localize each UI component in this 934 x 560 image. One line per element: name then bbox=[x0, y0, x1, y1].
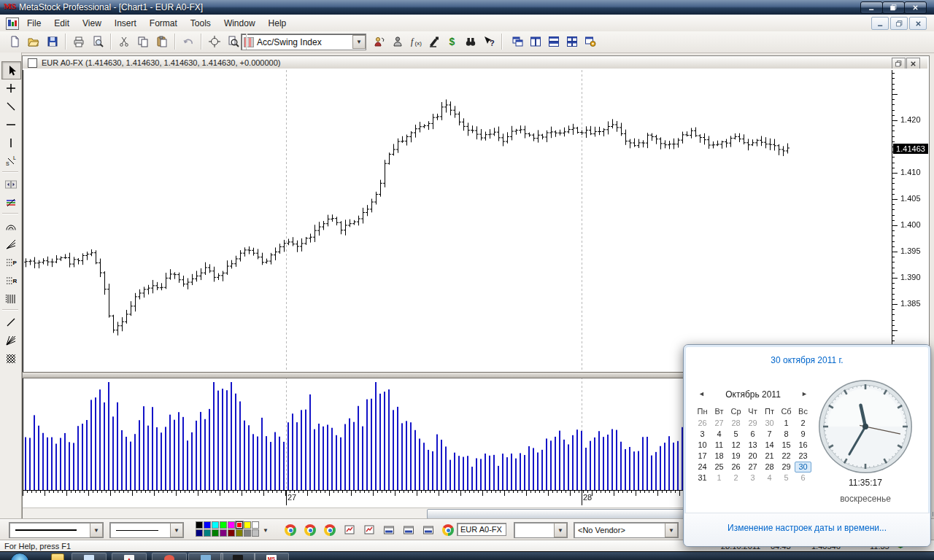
menu-item-file[interactable]: File bbox=[20, 16, 47, 31]
app-light-taskbar-button[interactable] bbox=[72, 553, 107, 560]
chart-restore-button[interactable] bbox=[892, 58, 906, 69]
tool-fan-lines-button[interactable] bbox=[1, 236, 20, 252]
tool-sl-line-button[interactable]: SL bbox=[1, 152, 20, 169]
calendar-day[interactable]: 26 bbox=[727, 462, 744, 472]
change-date-time-settings-link[interactable]: Изменение настроек даты и времени... bbox=[684, 523, 930, 533]
undo-button[interactable] bbox=[180, 33, 197, 50]
tile-horizontal-button[interactable] bbox=[545, 33, 563, 50]
calendar-day[interactable]: 29 bbox=[778, 462, 795, 472]
color-swatch[interactable] bbox=[196, 521, 203, 529]
tool-grid-button[interactable] bbox=[1, 350, 20, 367]
metastock-taskbar-button[interactable]: MS bbox=[254, 553, 289, 560]
print-button[interactable] bbox=[70, 33, 88, 50]
binoculars-button[interactable] bbox=[462, 33, 479, 50]
calendar-day[interactable]: 22 bbox=[778, 451, 795, 462]
color-swatch[interactable] bbox=[244, 529, 251, 537]
tool-vertical-line-button[interactable] bbox=[1, 134, 20, 151]
function-button[interactable]: f(x) bbox=[407, 33, 425, 50]
calendar-day[interactable]: 24 bbox=[694, 462, 711, 472]
minimize-button[interactable] bbox=[860, 1, 883, 14]
menu-item-window[interactable]: Window bbox=[217, 16, 262, 31]
save-button[interactable] bbox=[44, 33, 61, 50]
calendar-day[interactable]: 2 bbox=[727, 472, 744, 483]
calendar-day[interactable]: 3 bbox=[744, 472, 761, 483]
line-style-arrow-icon[interactable]: ▼ bbox=[90, 523, 103, 537]
tool-trendline-button[interactable] bbox=[1, 98, 20, 114]
period-dropdown-arrow-icon[interactable]: ▼ bbox=[554, 523, 567, 537]
color-swatch[interactable] bbox=[212, 521, 219, 529]
copy-button[interactable] bbox=[134, 33, 152, 50]
calendar-day[interactable]: 26 bbox=[694, 418, 711, 429]
chrome-icon[interactable] bbox=[441, 523, 455, 537]
app-blue-taskbar-button[interactable] bbox=[188, 553, 223, 560]
calendar-day[interactable]: 29 bbox=[744, 418, 761, 429]
calendar-day[interactable]: 18 bbox=[711, 451, 727, 462]
menu-item-insert[interactable]: Insert bbox=[108, 16, 143, 31]
chart-marker-checkbox[interactable] bbox=[28, 58, 37, 68]
calendar-day[interactable]: 30 bbox=[761, 418, 778, 429]
tool-horizontal-line-button[interactable] bbox=[1, 116, 20, 133]
chart-page-icon[interactable] bbox=[342, 523, 357, 537]
calendar-day[interactable]: 21 bbox=[761, 451, 778, 462]
color-swatch[interactable] bbox=[196, 529, 203, 537]
calendar-day[interactable]: 8 bbox=[778, 429, 795, 440]
calendar-day[interactable]: 2 bbox=[795, 418, 811, 429]
calendar-day[interactable]: 14 bbox=[761, 440, 778, 451]
calendar-next-month-icon[interactable]: ► bbox=[801, 390, 808, 397]
calendar-day[interactable]: 5 bbox=[727, 429, 744, 440]
calendar-day[interactable]: 20 bbox=[744, 451, 761, 462]
calendar-day[interactable]: 16 bbox=[795, 440, 811, 451]
calendar-day[interactable]: 3 bbox=[694, 429, 711, 440]
calendar-day[interactable]: 9 bbox=[795, 429, 811, 440]
calendar-day[interactable]: 1 bbox=[778, 418, 795, 429]
panel-window-icon[interactable] bbox=[421, 523, 436, 537]
target-button[interactable] bbox=[206, 33, 223, 50]
color-swatch[interactable] bbox=[236, 529, 243, 537]
line-weight-arrow-icon[interactable]: ▼ bbox=[170, 523, 183, 537]
panel-window-icon[interactable] bbox=[382, 523, 396, 537]
close-button[interactable] bbox=[904, 1, 927, 14]
chart-system-menu-icon[interactable] bbox=[6, 18, 19, 30]
mdi-close-button[interactable] bbox=[909, 17, 927, 30]
calendar-day[interactable]: 27 bbox=[744, 462, 761, 472]
indicator-dropdown[interactable]: Acc/Swing Index ▼ bbox=[241, 34, 366, 50]
line-weight-dropdown[interactable]: ▼ bbox=[109, 522, 184, 538]
color-swatch[interactable] bbox=[228, 521, 235, 529]
calendar-day[interactable]: 25 bbox=[711, 462, 727, 472]
console-taskbar-button[interactable] bbox=[220, 553, 255, 560]
menu-item-help[interactable]: Help bbox=[262, 16, 293, 31]
calendar-day[interactable]: 23 bbox=[795, 451, 811, 462]
calendar-day[interactable]: 7 bbox=[761, 429, 778, 440]
color-swatch[interactable] bbox=[252, 529, 259, 537]
color-swatch[interactable] bbox=[220, 529, 227, 537]
chart-close-button[interactable] bbox=[906, 58, 920, 69]
vendor-dropdown-arrow-icon[interactable]: ▼ bbox=[665, 523, 678, 537]
context-help-button[interactable]: ? bbox=[480, 33, 498, 50]
calendar-day[interactable]: 12 bbox=[727, 440, 744, 451]
calendar-day[interactable]: 10 bbox=[694, 440, 711, 451]
color-swatch[interactable] bbox=[220, 521, 227, 529]
calendar-day[interactable]: 28 bbox=[761, 462, 778, 472]
windows-taskbar[interactable]: ▲MS bbox=[0, 551, 934, 560]
menu-item-format[interactable]: Format bbox=[143, 16, 184, 31]
calendar-day[interactable]: 11 bbox=[711, 440, 727, 451]
menu-item-view[interactable]: View bbox=[76, 16, 108, 31]
cut-button[interactable] bbox=[115, 33, 133, 50]
tool-diagonal-line-button[interactable] bbox=[1, 314, 20, 330]
calendar-day[interactable]: 4 bbox=[711, 429, 727, 440]
color-swatch[interactable] bbox=[244, 521, 251, 529]
alert-button[interactable] bbox=[371, 33, 388, 50]
chrome-icon[interactable] bbox=[283, 523, 298, 537]
print-preview-button[interactable] bbox=[89, 33, 107, 50]
chrome-icon[interactable] bbox=[323, 523, 337, 537]
color-swatch[interactable] bbox=[228, 529, 235, 537]
chart-page-icon[interactable] bbox=[362, 523, 377, 537]
color-swatch[interactable] bbox=[204, 521, 211, 529]
paste-button[interactable] bbox=[153, 33, 171, 50]
window-options-button[interactable] bbox=[582, 33, 599, 50]
line-style-dropdown[interactable]: ▼ bbox=[9, 522, 104, 538]
cascade-button[interactable] bbox=[509, 33, 526, 50]
mdi-restore-button[interactable] bbox=[890, 17, 908, 30]
tool-pointer-button[interactable] bbox=[1, 61, 21, 79]
calendar-day[interactable]: 17 bbox=[694, 451, 711, 462]
